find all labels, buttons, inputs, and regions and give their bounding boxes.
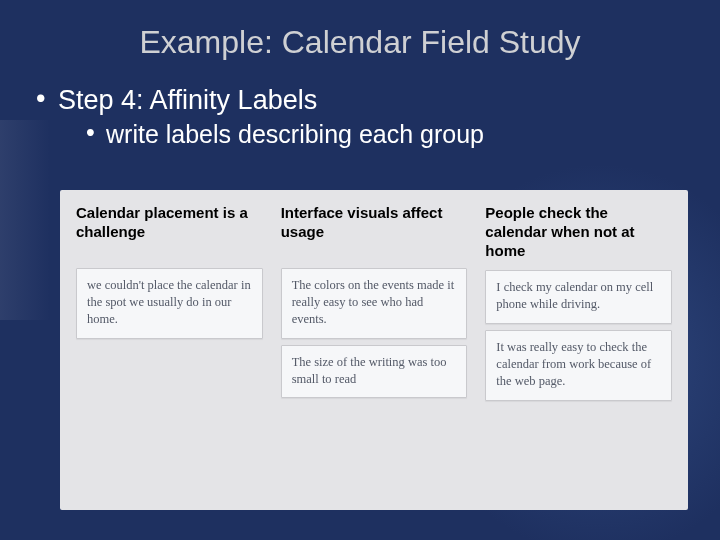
- bullet-level2: write labels describing each group: [86, 120, 694, 149]
- note-stack: we couldn't place the calendar in the sp…: [76, 268, 263, 339]
- note-stack: The colors on the events made it really …: [281, 268, 468, 398]
- bullet-level1: Step 4: Affinity Labels write labels des…: [36, 85, 694, 149]
- sticky-note: The colors on the events made it really …: [281, 268, 468, 339]
- slide: Example: Calendar Field Study Step 4: Af…: [0, 0, 720, 540]
- affinity-label: Calendar placement is a challenge: [76, 204, 263, 258]
- affinity-label: Interface visuals affect usage: [281, 204, 468, 258]
- sticky-note: I check my calendar on my cell phone whi…: [485, 270, 672, 324]
- affinity-label: People check the calendar when not at ho…: [485, 204, 672, 260]
- affinity-column: Calendar placement is a challenge we cou…: [76, 204, 263, 492]
- note-stack: I check my calendar on my cell phone whi…: [485, 270, 672, 400]
- affinity-column: People check the calendar when not at ho…: [485, 204, 672, 492]
- sticky-note: we couldn't place the calendar in the sp…: [76, 268, 263, 339]
- sticky-note: It was really easy to check the calendar…: [485, 330, 672, 401]
- affinity-column: Interface visuals affect usage The color…: [281, 204, 468, 492]
- decorative-edge: [0, 120, 50, 320]
- affinity-board: Calendar placement is a challenge we cou…: [60, 190, 688, 510]
- bullet-level1-text: Step 4: Affinity Labels: [58, 85, 317, 115]
- bullet-sublist: write labels describing each group: [58, 120, 694, 149]
- sticky-note: The size of the writing was too small to…: [281, 345, 468, 399]
- slide-title: Example: Calendar Field Study: [26, 24, 694, 61]
- bullet-level2-text: write labels describing each group: [106, 120, 484, 148]
- bullet-list: Step 4: Affinity Labels write labels des…: [26, 85, 694, 149]
